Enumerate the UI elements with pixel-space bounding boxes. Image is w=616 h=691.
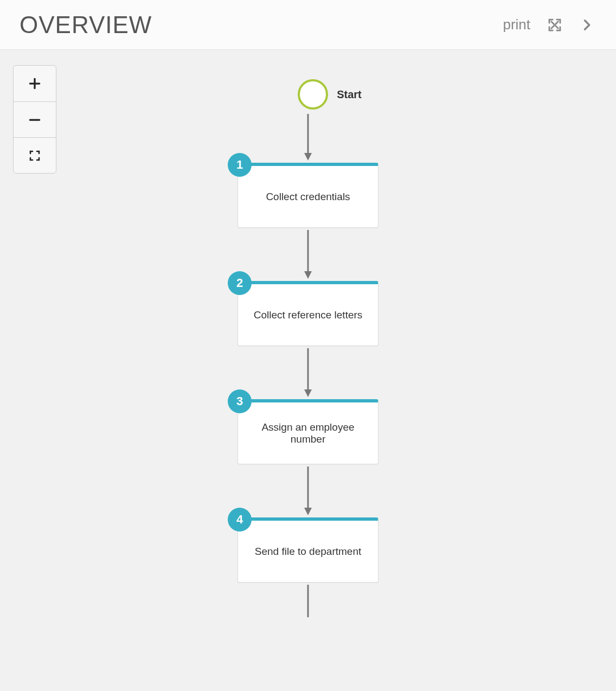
step-badge: 1 [228,153,252,177]
fullscreen-icon[interactable] [547,17,563,33]
step-badge: 3 [228,389,252,413]
step-label: Collect credentials [266,191,350,203]
svg-marker-10 [304,508,312,515]
step-badge: 2 [228,271,252,295]
chevron-right-icon[interactable] [579,17,594,33]
step-badge: 4 [228,508,252,532]
svg-marker-6 [304,271,312,279]
start-label: Start [337,88,362,101]
flow-arrow [301,466,315,515]
step-4[interactable]: 4 Send file to department [238,517,378,583]
flow-arrow [301,585,315,617]
print-link[interactable]: print [503,16,530,33]
header-bar: OVERVIEW print [0,0,616,50]
step-1[interactable]: 1 Collect credentials [238,163,378,228]
start-circle-icon [298,79,328,110]
step-3[interactable]: 3 Assign an employee number [238,399,378,464]
step-card: Send file to department [238,517,378,583]
flow-arrow [301,114,315,161]
step-card: Collect reference letters [238,281,378,346]
step-2[interactable]: 2 Collect reference letters [238,281,378,346]
start-node[interactable]: Start [298,79,362,110]
header-actions: print [503,16,594,33]
page-title: OVERVIEW [20,11,152,39]
step-label: Assign an employee number [249,421,367,445]
svg-marker-8 [304,389,312,397]
diagram-canvas[interactable]: Start 1 Collect credentials 2 Collect re… [0,50,616,691]
flow-arrow [301,348,315,397]
step-label: Send file to department [255,546,361,558]
svg-marker-4 [304,153,312,161]
step-card: Assign an employee number [238,399,378,464]
step-card: Collect credentials [238,163,378,228]
step-label: Collect reference letters [254,309,363,321]
flow-arrow [301,230,315,279]
